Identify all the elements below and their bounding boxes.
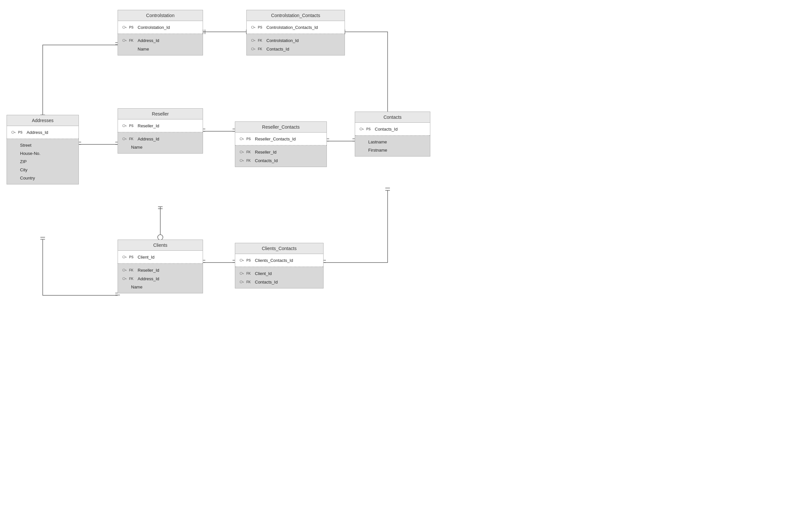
field-name: Address_Id <box>138 276 159 281</box>
field-name: Name <box>131 145 143 150</box>
field-badge: PS <box>258 26 264 29</box>
field-badge: FK <box>129 277 136 281</box>
svg-rect-55 <box>255 41 255 41</box>
svg-point-47 <box>123 39 125 42</box>
entity-reseller-contacts: Reseller_Contacts PS Reseller_Contacts_I… <box>235 121 327 167</box>
key-icon <box>359 126 364 132</box>
field-name: Name <box>131 285 143 289</box>
key-icon <box>239 271 244 276</box>
entity-contacts-fields: Lastname Firstname <box>355 136 430 156</box>
field-badge: PS <box>129 26 136 29</box>
svg-point-62 <box>123 125 125 127</box>
entity-reseller-pk: PS Reseller_Id <box>118 120 203 133</box>
entity-controlstation-pk: PS Controlstation_Id <box>118 21 203 34</box>
field-row: City <box>9 166 76 174</box>
field-row: PS Address_Id <box>9 128 76 136</box>
key-icon <box>122 25 127 30</box>
svg-point-71 <box>240 151 242 153</box>
field-badge: PS <box>129 124 136 128</box>
key-icon-empty <box>122 46 127 51</box>
field-row: FK Reseller_Id <box>238 148 324 156</box>
field-name: Reseller_Id <box>255 150 277 155</box>
field-name: Lastname <box>368 139 387 144</box>
key-icon <box>239 136 244 141</box>
field-row: House-No. <box>9 149 76 158</box>
field-row: PS Controlstation_Contacts_Id <box>249 23 342 32</box>
field-row: Name <box>121 283 200 291</box>
key-icon <box>250 38 256 43</box>
entity-rc-title: Reseller_Contacts <box>235 122 326 133</box>
svg-rect-73 <box>243 152 244 153</box>
field-name: Reseller_Id <box>138 123 159 128</box>
entity-addresses-title: Addresses <box>7 115 78 126</box>
field-name: Address_Id <box>138 38 159 43</box>
field-row: Country <box>9 174 76 182</box>
svg-point-89 <box>240 259 242 261</box>
svg-rect-52 <box>255 28 255 28</box>
field-name: Contacts_Id <box>375 127 397 132</box>
field-name: Controlstation_Id <box>266 38 299 43</box>
key-icon <box>239 149 244 155</box>
entity-contacts: Contacts PS Contacts_Id Lastname <box>355 112 430 157</box>
field-badge: FK <box>129 39 136 42</box>
svg-rect-61 <box>15 133 15 133</box>
field-name: Reseller_Contacts_Id <box>255 136 296 141</box>
field-badge: FK <box>258 47 264 51</box>
key-icon <box>122 276 127 281</box>
field-row: FK Contacts_Id <box>249 45 342 53</box>
svg-rect-91 <box>243 261 244 261</box>
field-badge: PS <box>129 255 136 259</box>
key-icon <box>11 130 16 135</box>
field-row: Street <box>9 141 76 149</box>
svg-rect-97 <box>243 282 244 283</box>
field-name: Client_Id <box>138 255 154 260</box>
field-row: FK Contacts_Id <box>238 278 320 286</box>
field-badge: FK <box>246 159 253 162</box>
field-name: Contacts_Id <box>266 47 289 51</box>
field-name: Contacts_Id <box>255 158 278 163</box>
svg-rect-58 <box>255 49 255 50</box>
field-name: Address_Id <box>27 130 48 135</box>
entity-cc-fields: FK Controlstation_Id FK Contacts_Id <box>247 34 345 55</box>
svg-point-68 <box>240 138 242 140</box>
svg-rect-88 <box>126 279 126 280</box>
field-name: House-No. <box>20 151 40 156</box>
field-row: PS Reseller_Contacts_Id <box>238 134 324 143</box>
svg-point-77 <box>360 128 362 130</box>
entity-controlstation-contacts: Controlstation_Contacts PS Controlstatio… <box>246 10 345 55</box>
field-row: Name <box>121 143 200 151</box>
field-row: PS Reseller_Id <box>121 121 200 130</box>
key-icon <box>122 136 127 141</box>
field-row: FK Address_Id <box>121 36 200 45</box>
svg-rect-76 <box>243 161 244 162</box>
key-icon <box>122 123 127 128</box>
field-badge: PS <box>246 137 253 141</box>
entity-clients-title: Clients <box>118 240 203 251</box>
svg-rect-49 <box>126 41 126 41</box>
field-badge: FK <box>246 280 253 284</box>
svg-rect-64 <box>126 126 126 127</box>
field-row: FK Reseller_Id <box>121 266 200 274</box>
field-row: FK Contacts_Id <box>238 156 324 165</box>
key-icon <box>250 46 256 51</box>
key-icon <box>239 258 244 263</box>
entity-contacts-title: Contacts <box>355 112 430 123</box>
field-row: PS Client_Id <box>121 253 200 261</box>
field-row: PS Clients_Contacts_Id <box>238 256 320 264</box>
field-badge: PS <box>366 127 373 131</box>
svg-point-74 <box>240 160 242 162</box>
field-badge: FK <box>246 150 253 154</box>
key-icon <box>250 25 256 30</box>
field-name: Clients_Contacts_Id <box>255 258 293 263</box>
svg-rect-94 <box>243 274 244 274</box>
key-icon <box>122 38 127 43</box>
svg-point-65 <box>123 138 125 140</box>
entity-controlstation: Controlstation PS Controlstation_Id <box>118 10 203 55</box>
field-name: Controlstation_Contacts_Id <box>266 25 318 30</box>
svg-point-92 <box>240 272 242 275</box>
entity-cc-title: Controlstation_Contacts <box>247 10 345 21</box>
svg-point-50 <box>252 26 254 29</box>
entity-controlstation-title: Controlstation <box>118 10 203 21</box>
svg-point-44 <box>123 26 125 29</box>
entity-clc-fields: FK Client_Id FK Contacts_Id <box>235 267 323 288</box>
